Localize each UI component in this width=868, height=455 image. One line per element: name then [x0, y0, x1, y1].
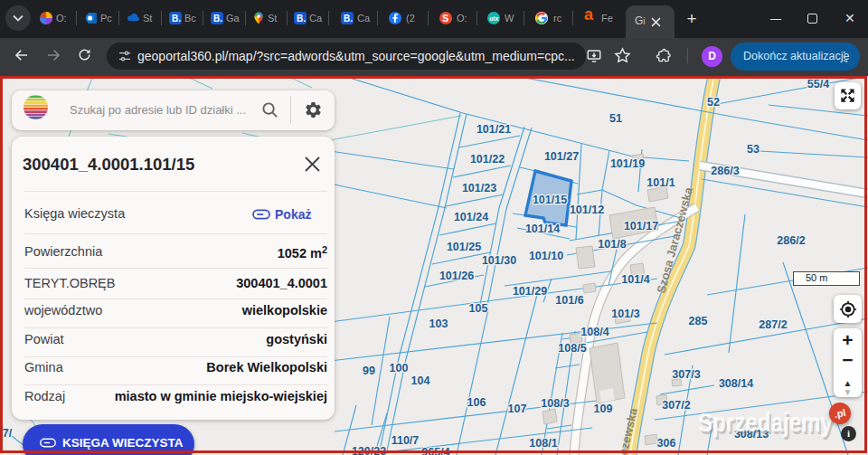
svg-text:107: 107: [508, 403, 527, 415]
svg-text:286/3: 286/3: [711, 165, 739, 177]
svg-text:B.: B.: [297, 14, 306, 24]
svg-text:103: 103: [429, 318, 448, 330]
svg-text:101/14: 101/14: [525, 223, 560, 235]
svg-text:Sprzedajemy: Sprzedajemy: [698, 407, 833, 437]
svg-text:104: 104: [411, 374, 430, 387]
svg-text:S: S: [442, 14, 448, 24]
svg-text:307/3: 307/3: [672, 368, 700, 381]
svg-text:108/1: 108/1: [529, 437, 557, 450]
svg-text:101/23: 101/23: [462, 182, 496, 194]
svg-text:101/30: 101/30: [482, 254, 516, 267]
svg-text:101/27: 101/27: [544, 150, 579, 163]
svg-text:51: 51: [609, 112, 622, 125]
svg-text:108/5: 108/5: [558, 342, 586, 355]
svg-text:106: 106: [467, 396, 486, 409]
svg-text:101/24: 101/24: [454, 211, 488, 223]
svg-text:101/6: 101/6: [555, 294, 583, 307]
svg-text:101/17: 101/17: [624, 220, 658, 232]
svg-text:287/2: 287/2: [759, 318, 787, 331]
svg-text:101/26: 101/26: [439, 270, 474, 282]
svg-text:108/3: 108/3: [541, 397, 569, 410]
svg-text:101/8: 101/8: [598, 238, 626, 251]
svg-text:308/14: 308/14: [719, 377, 753, 390]
svg-text:olx: olx: [489, 15, 498, 22]
svg-text:7/: 7/: [3, 427, 13, 440]
svg-text:101/25: 101/25: [447, 241, 481, 253]
svg-text:105: 105: [469, 302, 488, 315]
svg-text:110/7: 110/7: [392, 434, 420, 447]
svg-text:101/29: 101/29: [513, 285, 547, 298]
svg-text:B.: B.: [344, 14, 353, 24]
svg-text:101/21: 101/21: [476, 123, 511, 136]
svg-text:101/1: 101/1: [646, 176, 675, 189]
svg-text:109: 109: [594, 403, 613, 415]
svg-text:B.: B.: [213, 14, 222, 24]
svg-text:101/10: 101/10: [529, 250, 563, 262]
svg-text:101/12: 101/12: [570, 204, 604, 216]
svg-text:B.: B.: [172, 14, 181, 24]
svg-text:965/4: 965/4: [421, 446, 449, 455]
svg-text:286/2: 286/2: [777, 234, 805, 247]
svg-text:99: 99: [363, 365, 375, 377]
svg-text:285: 285: [689, 315, 708, 327]
svg-text:101/19: 101/19: [610, 157, 645, 170]
svg-text:108/4: 108/4: [580, 326, 609, 338]
svg-text:101/4: 101/4: [621, 273, 649, 286]
svg-text:101/3: 101/3: [611, 308, 639, 320]
svg-text:120/23: 120/23: [352, 445, 386, 455]
svg-text:101/15: 101/15: [533, 194, 567, 206]
svg-text:52: 52: [707, 96, 720, 109]
svg-text:100: 100: [390, 362, 409, 374]
svg-text:53: 53: [747, 143, 760, 156]
svg-text:101/22: 101/22: [470, 153, 505, 166]
svg-text:55/4: 55/4: [807, 78, 829, 90]
